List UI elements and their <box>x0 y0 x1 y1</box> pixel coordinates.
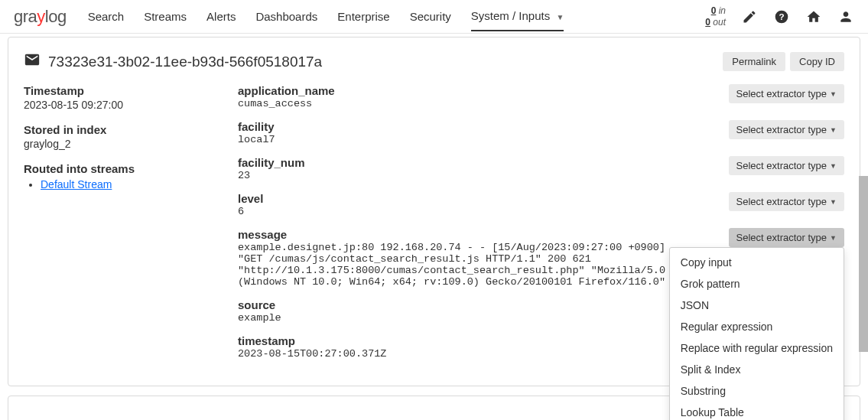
logo-part-log: log <box>45 7 67 26</box>
field-application_name: application_namecumas_accessSelect extra… <box>238 84 844 109</box>
message-header: 73323e31-3b02-11ee-b93d-566f0518017a Per… <box>24 51 844 72</box>
dropdown-item-json[interactable]: JSON <box>670 295 844 316</box>
copy-id-button[interactable]: Copy ID <box>790 52 844 71</box>
envelope-icon <box>24 51 41 72</box>
chevron-down-icon: ▼ <box>556 13 564 21</box>
select-extractor-type-label: Select extractor type <box>736 196 827 207</box>
user-icon[interactable] <box>837 8 854 25</box>
throughput-stats: 0 in 0 out <box>705 5 726 28</box>
timestamp-label: Timestamp <box>24 84 207 97</box>
select-extractor-type-label: Select extractor type <box>736 88 827 99</box>
field-value: 2023-08-15T00:27:00.371Z <box>238 348 666 360</box>
nav-security[interactable]: Security <box>410 2 451 31</box>
dropdown-item-replace-with-regular-expression[interactable]: Replace with regular expression <box>670 337 844 359</box>
dropdown-item-grok-pattern[interactable]: Grok pattern <box>670 273 844 295</box>
select-extractor-type-label: Select extractor type <box>736 232 827 243</box>
permalink-button[interactable]: Permalink <box>723 52 785 71</box>
edit-icon[interactable] <box>741 8 758 25</box>
select-extractor-type-button[interactable]: Select extractor type▼ <box>729 120 844 139</box>
select-extractor-type-button[interactable]: Select extractor type▼ <box>729 228 844 247</box>
dropdown-item-regular-expression[interactable]: Regular expression <box>670 316 844 337</box>
nav-alerts[interactable]: Alerts <box>206 2 236 31</box>
message-id: 73323e31-3b02-11ee-b93d-566f0518017a <box>48 54 322 70</box>
meta-timestamp: Timestamp 2023-08-15 09:27:00 <box>24 84 207 111</box>
dropdown-item-split-index[interactable]: Split & Index <box>670 359 844 380</box>
field-value: 6 <box>238 206 666 217</box>
field-value: example.designet.jp:80 192.168.20.74 - -… <box>238 242 666 288</box>
help-icon[interactable]: ? <box>773 8 790 25</box>
default-stream-link[interactable]: Default Stream <box>41 178 112 190</box>
select-extractor-type-label: Select extractor type <box>736 160 827 171</box>
select-extractor-type-button[interactable]: Select extractor type▼ <box>729 84 844 103</box>
routed-label: Routed into streams <box>24 162 207 175</box>
select-extractor-type-button[interactable]: Select extractor type▼ <box>729 192 844 211</box>
stored-label: Stored in index <box>24 123 207 136</box>
top-nav: graylog Search Streams Alerts Dashboards… <box>0 0 868 34</box>
nav-enterprise[interactable]: Enterprise <box>337 2 389 31</box>
stats-in-label: in <box>719 5 726 16</box>
meta-routed-streams: Routed into streams Default Stream <box>24 162 207 190</box>
chevron-down-icon: ▼ <box>830 126 837 134</box>
dropdown-item-substring[interactable]: Substring <box>670 380 844 402</box>
chevron-down-icon: ▼ <box>830 90 837 98</box>
field-facility_num: facility_num23Select extractor type▼ <box>238 156 844 181</box>
select-extractor-type-button[interactable]: Select extractor type▼ <box>729 156 844 175</box>
content: 73323e31-3b02-11ee-b93d-566f0518017a Per… <box>0 34 868 420</box>
message-actions: Permalink Copy ID <box>723 52 844 71</box>
stats-out-num: 0 <box>705 17 710 28</box>
nav-links: Search Streams Alerts Dashboards Enterpr… <box>88 2 706 31</box>
field-value: example <box>238 312 666 324</box>
field-level: level6Select extractor type▼ <box>238 192 844 217</box>
field-facility: facilitylocal7Select extractor type▼ <box>238 120 844 145</box>
field-message: messageexample.designet.jp:80 192.168.20… <box>238 228 844 288</box>
extractor-type-dropdown: Copy inputGrok patternJSONRegular expres… <box>669 247 844 420</box>
meta-stored-index: Stored in index graylog_2 <box>24 123 207 150</box>
field-value: cumas_access <box>238 98 666 109</box>
chevron-down-icon: ▼ <box>830 234 837 242</box>
logo-part-gra: gra <box>14 7 37 26</box>
field-value: 23 <box>238 170 666 181</box>
chevron-down-icon: ▼ <box>830 162 837 170</box>
svg-text:?: ? <box>779 11 784 21</box>
scrollbar[interactable] <box>859 176 868 352</box>
dropdown-item-lookup-table[interactable]: Lookup Table <box>670 402 844 420</box>
message-meta-column: Timestamp 2023-08-15 09:27:00 Stored in … <box>24 84 207 370</box>
message-fields-column: application_namecumas_accessSelect extra… <box>238 84 844 370</box>
stream-list: Default Stream <box>24 178 207 190</box>
stats-out-label: out <box>713 17 726 28</box>
nav-right: 0 in 0 out ? <box>705 5 854 28</box>
message-panel: 73323e31-3b02-11ee-b93d-566f0518017a Per… <box>8 37 860 386</box>
message-columns: Timestamp 2023-08-15 09:27:00 Stored in … <box>24 84 844 370</box>
stored-value: graylog_2 <box>24 138 207 150</box>
nav-system-inputs-label: System / Inputs <box>471 9 550 22</box>
select-extractor-type-label: Select extractor type <box>736 124 827 135</box>
chevron-down-icon: ▼ <box>830 198 837 206</box>
home-icon[interactable] <box>805 8 822 25</box>
logo[interactable]: graylog <box>14 7 67 27</box>
nav-search[interactable]: Search <box>88 2 125 31</box>
nav-streams[interactable]: Streams <box>144 2 187 31</box>
message-title: 73323e31-3b02-11ee-b93d-566f0518017a <box>24 51 322 72</box>
timestamp-value: 2023-08-15 09:27:00 <box>24 99 207 111</box>
stats-in-num: 0 <box>711 5 717 16</box>
dropdown-item-copy-input[interactable]: Copy input <box>670 252 844 273</box>
nav-system-inputs[interactable]: System / Inputs ▼ <box>471 2 564 31</box>
nav-dashboards[interactable]: Dashboards <box>255 2 317 31</box>
logo-part-y: y <box>37 7 45 26</box>
field-value: local7 <box>238 134 666 145</box>
